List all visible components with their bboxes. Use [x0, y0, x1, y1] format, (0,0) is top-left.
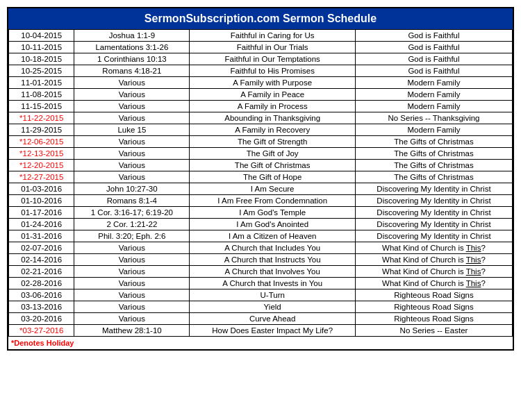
cell-series: What Kind of Church is This?: [355, 242, 512, 254]
cell-series: Righteous Road Signs: [355, 313, 512, 325]
table-row: *11-22-2015VariousAbounding in Thanksgiv…: [9, 112, 513, 124]
cell-series: Discovering My Identity in Christ: [355, 207, 512, 219]
cell-title: I Am Free From Condemnation: [190, 195, 356, 207]
cell-series: What Kind of Church is This?: [355, 254, 512, 266]
cell-series: Modern Family: [355, 89, 512, 101]
cell-date: *12-20-2015: [9, 160, 74, 171]
cell-series: God is Faithful: [355, 42, 512, 53]
cell-date: 10-25-2015: [9, 65, 74, 77]
cell-title: A Church that Includes You: [190, 242, 356, 254]
cell-date: *12-27-2015: [9, 171, 74, 183]
cell-series: Discovering My Identity in Christ: [355, 230, 512, 242]
cell-date: 01-31-2016: [9, 230, 74, 242]
table-row: 10-25-2015Romans 4:18-21Faithful to His …: [9, 65, 513, 77]
cell-scripture: Matthew 28:1-10: [74, 325, 190, 337]
table-row: 11-01-2015VariousA Family with PurposeMo…: [9, 77, 513, 89]
cell-series: Modern Family: [355, 101, 512, 112]
cell-date: 02-21-2016: [9, 266, 74, 278]
table-row: 01-03-2016John 10:27-30I Am SecureDiscov…: [9, 183, 513, 195]
cell-date: 01-03-2016: [9, 183, 74, 195]
table-row: 02-21-2016VariousA Church that Involves …: [9, 266, 513, 278]
cell-title: The Gift of Joy: [190, 148, 356, 160]
cell-title: The Gift of Christmas: [190, 160, 356, 171]
cell-date: 11-01-2015: [9, 77, 74, 89]
table-row: 02-07-2016VariousA Church that Includes …: [9, 242, 513, 254]
cell-scripture: Luke 15: [74, 124, 190, 136]
cell-date: 10-18-2015: [9, 53, 74, 65]
table-row: *12-13-2015VariousThe Gift of JoyThe Gif…: [9, 148, 513, 160]
cell-scripture: Various: [74, 313, 190, 325]
cell-title: U-Turn: [190, 289, 356, 301]
table-row: 01-17-20161 Cor. 3:16-17; 6:19-20I Am Go…: [9, 207, 513, 219]
cell-title: I Am a Citizen of Heaven: [190, 230, 356, 242]
cell-series: Righteous Road Signs: [355, 289, 512, 301]
cell-date: *03-27-2016: [9, 325, 74, 337]
table-row: *12-06-2015VariousThe Gift of StrengthTh…: [9, 136, 513, 148]
cell-title: A Church that Involves You: [190, 266, 356, 278]
cell-title: Yield: [190, 301, 356, 313]
cell-date: 11-29-2015: [9, 124, 74, 136]
cell-title: How Does Easter Impact My Life?: [190, 325, 356, 337]
table-row: 03-20-2016VariousCurve AheadRighteous Ro…: [9, 313, 513, 325]
cell-title: Abounding in Thanksgiving: [190, 112, 356, 124]
cell-series: Righteous Road Signs: [355, 301, 512, 313]
cell-title: The Gift of Hope: [190, 171, 356, 183]
cell-scripture: 1 Corinthians 10:13: [74, 53, 190, 65]
table-row: 11-08-2015VariousA Family in PeaceModern…: [9, 89, 513, 101]
cell-title: A Church that Instructs You: [190, 254, 356, 266]
schedule-container: SermonSubscription.com Sermon Schedule 1…: [7, 7, 514, 351]
table-row: 03-06-2016VariousU-TurnRighteous Road Si…: [9, 289, 513, 301]
schedule-table: 10-04-2015Joshua 1:1-9Faithful in Caring…: [8, 29, 513, 337]
table-row: *03-27-2016Matthew 28:1-10How Does Easte…: [9, 325, 513, 337]
cell-title: Curve Ahead: [190, 313, 356, 325]
cell-date: 02-28-2016: [9, 278, 74, 289]
table-row: *12-20-2015VariousThe Gift of ChristmasT…: [9, 160, 513, 171]
cell-scripture: John 10:27-30: [74, 183, 190, 195]
cell-date: 10-04-2015: [9, 30, 74, 42]
cell-date: 02-14-2016: [9, 254, 74, 266]
table-row: 11-29-2015Luke 15A Family in RecoveryMod…: [9, 124, 513, 136]
table-row: 03-13-2016VariousYieldRighteous Road Sig…: [9, 301, 513, 313]
cell-date: *12-13-2015: [9, 148, 74, 160]
cell-scripture: Various: [74, 278, 190, 289]
cell-title: Faithful in Caring for Us: [190, 30, 356, 42]
table-row: 01-10-2016Romans 8:1-4I Am Free From Con…: [9, 195, 513, 207]
cell-series: God is Faithful: [355, 53, 512, 65]
cell-scripture: Various: [74, 77, 190, 89]
cell-series: Modern Family: [355, 124, 512, 136]
table-row: 02-14-2016VariousA Church that Instructs…: [9, 254, 513, 266]
cell-title: The Gift of Strength: [190, 136, 356, 148]
cell-scripture: Various: [74, 136, 190, 148]
table-row: 11-15-2015VariousA Family in ProcessMode…: [9, 101, 513, 112]
cell-title: A Family in Process: [190, 101, 356, 112]
cell-series: God is Faithful: [355, 65, 512, 77]
cell-series: The Gifts of Christmas: [355, 148, 512, 160]
cell-date: 01-24-2016: [9, 219, 74, 230]
cell-scripture: Romans 8:1-4: [74, 195, 190, 207]
cell-scripture: Various: [74, 266, 190, 278]
cell-series: Discovering My Identity in Christ: [355, 219, 512, 230]
footnote: *Denotes Holiday: [8, 337, 513, 349]
cell-series: The Gifts of Christmas: [355, 160, 512, 171]
cell-scripture: Various: [74, 89, 190, 101]
cell-date: *12-06-2015: [9, 136, 74, 148]
cell-scripture: Various: [74, 254, 190, 266]
cell-scripture: Various: [74, 301, 190, 313]
cell-series: What Kind of Church is This?: [355, 266, 512, 278]
cell-date: 03-20-2016: [9, 313, 74, 325]
cell-title: I Am Secure: [190, 183, 356, 195]
cell-title: Faithful in Our Trials: [190, 42, 356, 53]
table-row: 10-18-20151 Corinthians 10:13Faithful in…: [9, 53, 513, 65]
table-row: 10-11-2015Lamentations 3:1-26Faithful in…: [9, 42, 513, 53]
cell-scripture: Various: [74, 112, 190, 124]
cell-title: A Family with Purpose: [190, 77, 356, 89]
cell-scripture: Phil. 3:20; Eph. 2:6: [74, 230, 190, 242]
cell-series: God is Faithful: [355, 30, 512, 42]
cell-scripture: Various: [74, 148, 190, 160]
page-title: SermonSubscription.com Sermon Schedule: [8, 8, 513, 29]
cell-scripture: Lamentations 3:1-26: [74, 42, 190, 53]
cell-series: The Gifts of Christmas: [355, 171, 512, 183]
table-row: *12-27-2015VariousThe Gift of HopeThe Gi…: [9, 171, 513, 183]
cell-date: 03-06-2016: [9, 289, 74, 301]
cell-series: Discovering My Identity in Christ: [355, 195, 512, 207]
